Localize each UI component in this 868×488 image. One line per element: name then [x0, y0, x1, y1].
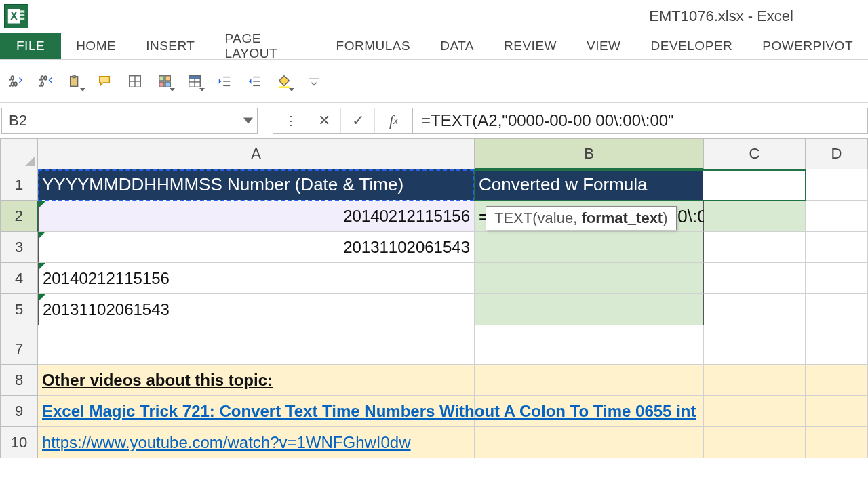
- row-header-3[interactable]: 3: [0, 232, 38, 263]
- format-as-table-icon[interactable]: [183, 70, 206, 93]
- cell-A10[interactable]: https://www.youtube.com/watch?v=1WNFGhwI…: [38, 427, 475, 458]
- tab-view[interactable]: VIEW: [572, 33, 636, 59]
- title-bar: X EMT1076.xlsx - Excel: [0, 0, 868, 33]
- cell-A8[interactable]: Other videos about this topic:: [38, 365, 475, 396]
- cell-A3[interactable]: 20131102061543: [38, 232, 475, 263]
- cell-D5[interactable]: [806, 294, 868, 325]
- cell-B3[interactable]: [475, 232, 704, 263]
- cell-C8[interactable]: [704, 365, 806, 396]
- cell-D2[interactable]: [806, 201, 868, 232]
- increase-decimal-icon[interactable]: .0.00: [4, 70, 27, 93]
- worksheet-grid[interactable]: A B C D 1 YYYYMMDDHHMMSS Number (Date & …: [0, 138, 868, 458]
- row-header-2[interactable]: 2: [0, 201, 38, 232]
- cell-B7[interactable]: [475, 333, 704, 365]
- cell-D6[interactable]: [806, 325, 868, 333]
- cell-C9[interactable]: [704, 396, 806, 427]
- select-all-corner[interactable]: [0, 138, 38, 169]
- cell-C10[interactable]: [704, 427, 806, 458]
- cell-D7[interactable]: [806, 333, 868, 365]
- svg-text:.00: .00: [39, 75, 47, 81]
- svg-text:.0: .0: [39, 81, 44, 87]
- cell-C6[interactable]: [704, 325, 806, 333]
- paste-icon[interactable]: [64, 70, 87, 93]
- tab-page-layout[interactable]: PAGE LAYOUT: [210, 33, 321, 59]
- row-2: 2 20140212115156 =TEXT(A2,"0000-00-00 00…: [0, 201, 868, 232]
- row-header-6[interactable]: [0, 325, 38, 333]
- tab-data[interactable]: DATA: [425, 33, 489, 59]
- row-header-5[interactable]: 5: [0, 294, 38, 325]
- cell-A9[interactable]: Excel Magic Trick 721: Convert Text Time…: [38, 396, 475, 427]
- cell-D9[interactable]: [806, 396, 868, 427]
- cell-A1[interactable]: YYYYMMDDHHMMSS Number (Date & Time): [38, 169, 475, 201]
- excel-app-icon[interactable]: X: [4, 4, 28, 28]
- svg-rect-28: [279, 86, 290, 88]
- ribbon-tabs: FILE HOME INSERT PAGE LAYOUT FORMULAS DA…: [0, 33, 868, 60]
- cell-C2[interactable]: [704, 201, 806, 232]
- row-8: 8 Other videos about this topic:: [0, 365, 868, 396]
- row-3: 3 20131102061543: [0, 232, 868, 263]
- svg-rect-15: [165, 75, 170, 80]
- insert-function-icon[interactable]: fx: [375, 108, 413, 134]
- cell-A2[interactable]: 20140212115156: [38, 201, 475, 232]
- formula-bar-buttons-2: ✕ ✓: [307, 108, 375, 134]
- column-header-B[interactable]: B: [475, 138, 704, 169]
- svg-rect-4: [20, 18, 24, 20]
- svg-text:X: X: [10, 10, 18, 22]
- name-box[interactable]: B2: [1, 108, 258, 134]
- svg-rect-2: [20, 10, 24, 13]
- function-tooltip: TEXT(value, format_text): [486, 206, 677, 230]
- borders-icon[interactable]: [123, 70, 146, 93]
- cell-C4[interactable]: [704, 263, 806, 294]
- tab-developer[interactable]: DEVELOPER: [636, 33, 748, 59]
- cell-A5[interactable]: 20131102061543: [38, 294, 475, 325]
- row-header-7[interactable]: 7: [0, 333, 38, 365]
- row-header-1[interactable]: 1: [0, 169, 38, 201]
- formula-expand-icon[interactable]: ⋮: [273, 108, 307, 133]
- conditional-formatting-icon[interactable]: [153, 70, 176, 93]
- column-header-A[interactable]: A: [38, 138, 475, 169]
- cell-C5[interactable]: [704, 294, 806, 325]
- name-box-dropdown-icon[interactable]: [243, 117, 253, 123]
- customize-qat-icon[interactable]: [302, 70, 326, 93]
- cell-B4[interactable]: [475, 263, 704, 294]
- cell-A6[interactable]: [38, 325, 475, 333]
- fill-color-icon[interactable]: [273, 70, 296, 93]
- row-6-collapsed: [0, 325, 868, 333]
- formula-bar-input[interactable]: =TEXT(A2,"0000-00-00 00\:00\:00": [413, 108, 868, 134]
- tab-powerpivot[interactable]: POWERPIVOT: [747, 33, 868, 59]
- cell-D1[interactable]: [806, 169, 868, 201]
- increase-indent-icon[interactable]: [213, 70, 236, 93]
- cell-A4[interactable]: 20140212115156: [38, 263, 475, 294]
- cell-D3[interactable]: [806, 232, 868, 263]
- column-header-C[interactable]: C: [704, 138, 806, 169]
- tab-formulas[interactable]: FORMULAS: [321, 33, 426, 59]
- tab-insert[interactable]: INSERT: [131, 33, 210, 59]
- row-header-9[interactable]: 9: [0, 396, 38, 427]
- tooltip-active-arg: format_text: [581, 209, 663, 226]
- enter-formula-icon[interactable]: ✓: [341, 108, 375, 133]
- cell-C1[interactable]: [704, 169, 806, 201]
- cell-D4[interactable]: [806, 263, 868, 294]
- cell-C7[interactable]: [704, 333, 806, 365]
- cell-B1[interactable]: Converted w Formula: [475, 169, 704, 201]
- row-header-10[interactable]: 10: [0, 427, 38, 458]
- cell-D10[interactable]: [806, 427, 868, 458]
- cell-B8[interactable]: [475, 365, 704, 396]
- cell-D8[interactable]: [806, 365, 868, 396]
- svg-rect-17: [165, 81, 170, 86]
- tab-file[interactable]: FILE: [0, 33, 61, 59]
- decrease-indent-icon[interactable]: [243, 70, 266, 93]
- row-header-4[interactable]: 4: [0, 263, 38, 294]
- cell-B6[interactable]: [475, 325, 704, 333]
- column-header-D[interactable]: D: [806, 138, 868, 169]
- new-comment-icon[interactable]: [94, 70, 117, 93]
- row-header-8[interactable]: 8: [0, 365, 38, 396]
- cell-A7[interactable]: [38, 333, 475, 365]
- decrease-decimal-icon[interactable]: .00.0: [34, 70, 57, 93]
- tab-review[interactable]: REVIEW: [489, 33, 572, 59]
- cell-B10[interactable]: [475, 427, 704, 458]
- tab-home[interactable]: HOME: [61, 33, 131, 59]
- cell-B5[interactable]: [475, 294, 704, 325]
- cancel-formula-icon[interactable]: ✕: [307, 108, 341, 133]
- cell-C3[interactable]: [704, 232, 806, 263]
